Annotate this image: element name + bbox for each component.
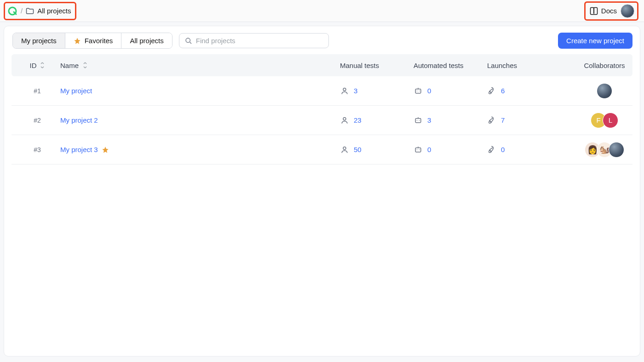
col-header-launches: Launches — [487, 62, 579, 69]
folder-icon — [25, 6, 34, 16]
collaborator-avatars[interactable]: FL — [591, 113, 618, 128]
table-row: #2My project 22337FL — [12, 106, 632, 135]
automated-count[interactable]: 0 — [427, 146, 431, 153]
person-icon — [340, 145, 349, 154]
collaborator-avatars[interactable] — [597, 83, 612, 99]
tab-label: My projects — [21, 37, 57, 45]
col-header-id[interactable]: ID — [14, 62, 60, 69]
project-name-link[interactable]: My project 3 — [60, 146, 98, 153]
table-row: #3My project 35000👩🐿️ — [12, 135, 632, 164]
manual-count[interactable]: 23 — [354, 116, 362, 124]
bot-icon — [414, 145, 423, 154]
search-input[interactable] — [196, 37, 323, 45]
launches-count[interactable]: 6 — [501, 87, 505, 95]
automated-count[interactable]: 0 — [427, 87, 431, 95]
row-id: #1 — [34, 87, 41, 95]
col-header-automated: Automated tests — [414, 62, 487, 69]
create-project-button[interactable]: Create new project — [558, 33, 632, 49]
app-logo-icon[interactable] — [7, 6, 18, 17]
manual-count[interactable]: 3 — [354, 87, 357, 95]
breadcrumb-separator: / — [21, 7, 23, 15]
tab-favorites[interactable]: Favorites — [65, 33, 122, 48]
manual-count[interactable]: 50 — [354, 146, 362, 153]
row-id: #2 — [34, 117, 41, 124]
content-card: My projects Favorites All projects Creat… — [4, 26, 640, 356]
table-row: #1My project306 — [12, 76, 632, 106]
breadcrumb-label[interactable]: All projects — [37, 7, 71, 15]
docs-link[interactable]: Docs — [589, 6, 617, 16]
person-icon — [340, 86, 349, 96]
user-avatar[interactable] — [621, 4, 634, 18]
col-header-collaborators: Collaborators — [579, 62, 630, 69]
top-header: / All projects Docs — [0, 0, 644, 22]
bot-icon — [414, 116, 423, 125]
project-name-link[interactable]: My project 2 — [60, 116, 98, 124]
col-header-name[interactable]: Name — [60, 62, 340, 69]
table-header: ID Name Manual tests Automated tests Lau… — [12, 54, 632, 76]
table-body: #1My project306#2My project 22337FL#3My … — [4, 76, 640, 164]
header-right-highlight-box: Docs — [584, 1, 638, 21]
avatar[interactable] — [609, 142, 624, 158]
launches-count[interactable]: 0 — [501, 146, 505, 153]
tab-my-projects[interactable]: My projects — [13, 33, 65, 48]
project-name-link[interactable]: My project — [60, 87, 92, 95]
rocket-icon — [487, 86, 496, 96]
toolbar: My projects Favorites All projects Creat… — [4, 26, 640, 54]
bot-icon — [414, 86, 423, 96]
search-icon — [185, 37, 192, 45]
avatar[interactable]: L — [603, 113, 618, 128]
launches-count[interactable]: 7 — [501, 116, 505, 124]
tab-label: Favorites — [85, 37, 113, 45]
automated-count[interactable]: 3 — [427, 116, 431, 124]
sort-icon — [82, 62, 88, 68]
row-id: #3 — [34, 146, 41, 153]
avatar[interactable] — [597, 83, 612, 99]
collaborator-avatars[interactable]: 👩🐿️ — [585, 142, 624, 158]
book-icon — [589, 6, 598, 16]
person-icon — [340, 116, 349, 125]
search-box[interactable] — [179, 33, 329, 48]
tab-label: All projects — [130, 37, 163, 45]
svg-point-1 — [186, 38, 190, 42]
tab-all-projects[interactable]: All projects — [121, 33, 172, 48]
star-icon[interactable] — [102, 146, 109, 153]
docs-label: Docs — [601, 7, 617, 15]
sort-icon — [40, 62, 45, 68]
col-header-manual: Manual tests — [340, 62, 414, 69]
breadcrumb-highlight-box: / All projects — [4, 2, 76, 20]
star-icon — [74, 37, 81, 45]
rocket-icon — [487, 116, 496, 125]
rocket-icon — [487, 145, 496, 154]
project-scope-tabs: My projects Favorites All projects — [12, 33, 172, 49]
